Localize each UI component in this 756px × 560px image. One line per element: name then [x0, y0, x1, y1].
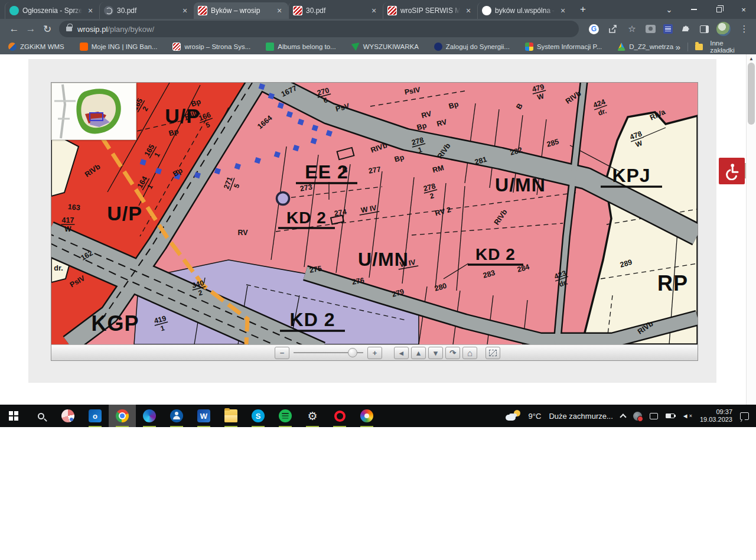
window-controls: ⌄ × [657, 0, 756, 19]
spotify-icon [279, 409, 292, 422]
full-extent-button[interactable] [485, 347, 500, 359]
zoom-slider[interactable] [294, 347, 363, 359]
back-button[interactable]: ← [6, 21, 22, 37]
taskbar-clock[interactable]: 09:37 19.03.2023 [700, 408, 732, 424]
weather-temp[interactable]: 9°C [529, 412, 542, 421]
scrollbar-thumb[interactable] [748, 63, 755, 125]
bookmarks-overflow-chevron[interactable]: » [676, 42, 680, 52]
weather-icon[interactable] [506, 409, 521, 422]
browser-tab[interactable]: byków ul.wspólna – S× [477, 2, 572, 19]
redo-view-button[interactable]: ↷ [445, 347, 460, 359]
tab-close-icon[interactable]: × [86, 6, 95, 15]
tab-search-chevron-icon[interactable]: ⌄ [657, 0, 682, 19]
restore-button[interactable] [706, 0, 731, 19]
browser-tab[interactable]: wroSIP SERWIS MAP× [383, 2, 477, 19]
pan-left-button[interactable]: ◂ [394, 347, 409, 359]
bookmark-star-icon[interactable]: ☆ [626, 23, 638, 35]
svg-text:W: W [64, 225, 71, 233]
albums-favicon [266, 43, 274, 51]
wrosip-favicon [198, 6, 207, 15]
google-favicon [482, 6, 491, 15]
google-account-icon[interactable]: G [589, 24, 599, 34]
profile-avatar[interactable] [716, 22, 731, 36]
wysz-favicon [351, 43, 360, 51]
taskbar-photos-button[interactable] [54, 405, 82, 427]
taskbar-edge-button[interactable] [136, 405, 163, 427]
bookmark-item[interactable]: Zaloguj do Synergii... [434, 43, 510, 51]
bookmark-item[interactable]: ZGKiKM WMS [8, 43, 64, 51]
scrollbar-up-arrow[interactable]: ▲ [749, 56, 754, 61]
zone-label-kd2: KD 2 [290, 309, 335, 330]
address-bar[interactable]: wrosip.pl/plany/bykow/ [59, 21, 579, 37]
bookmark-item[interactable]: D_Z2_wnetrza – Dys... [617, 43, 675, 51]
menu-dots-icon[interactable]: ⋮ [738, 23, 750, 35]
tab-title: wroSIP SERWIS MAP [400, 6, 460, 15]
extension-camera-icon[interactable] [646, 25, 656, 33]
windows-taskbar: oWS⚙ 9°C Duże zachmurze... ◄× 09:37 19.0… [0, 405, 756, 427]
taskbar-opera-button[interactable] [326, 405, 353, 427]
zoning-map[interactable]: 1677PsIVPsV1664BpRIIIaBpRIVbBp163162PsIV… [51, 83, 698, 344]
taskbar-start-button[interactable] [0, 405, 27, 427]
tab-close-icon[interactable]: × [558, 6, 568, 15]
pan-up-button[interactable]: ▴ [411, 347, 426, 359]
bookmark-label: D_Z2_wnetrza – Dys... [629, 43, 675, 50]
explorer-icon [224, 409, 237, 422]
taskbar-settings-button[interactable]: ⚙ [299, 405, 326, 427]
bookmark-item[interactable]: WYSZUKIWARKA [351, 43, 419, 51]
url-path: /plany/bykow/ [107, 25, 154, 34]
extensions-puzzle-icon[interactable] [680, 23, 692, 35]
browser-toolbar: ← → ↻ wrosip.pl/plany/bykow/ G ☆ ⋮ [0, 19, 756, 39]
taskbar-word-button[interactable]: W [190, 405, 217, 427]
zone-label-up: U/P [107, 202, 142, 224]
tray-expand-chevron-icon[interactable] [620, 414, 626, 420]
volume-muted-icon[interactable]: ◄× [682, 412, 692, 419]
taskbar-chrome-button[interactable] [109, 405, 136, 427]
extension-blue-icon[interactable] [663, 24, 673, 34]
taskbar-spotify-button[interactable] [272, 405, 299, 427]
taskbar-skype-button[interactable]: S [245, 405, 272, 427]
taskbar-outlook-button[interactable]: o [82, 405, 109, 427]
tab-close-icon[interactable]: × [275, 6, 284, 15]
tab-close-icon[interactable]: × [464, 6, 473, 15]
tab-close-icon[interactable]: × [369, 6, 379, 15]
bookmark-item[interactable]: wrosip – Strona Sys... [172, 43, 250, 51]
other-bookmarks-label[interactable]: Inne zakładki [710, 40, 748, 54]
tab-close-icon[interactable]: × [180, 6, 190, 15]
accessibility-button[interactable] [719, 158, 745, 184]
home-view-button[interactable]: ⌂ [462, 347, 477, 359]
inset-overview-map[interactable] [51, 83, 136, 140]
bookmark-item[interactable]: Albums belong to... [266, 43, 335, 51]
browser-tab-bar: Ogłoszenia - Sprzedaż×30.pdf×Byków – wro… [0, 0, 756, 19]
browser-tab[interactable]: Ogłoszenia - Sprzedaż× [5, 2, 99, 19]
chrome-icon [116, 409, 129, 422]
zoom-out-button[interactable]: − [275, 347, 289, 359]
weather-desc[interactable]: Duże zachmurze... [549, 412, 612, 421]
tab-title: 30.pdf [306, 6, 366, 15]
side-panel-icon[interactable] [700, 25, 709, 33]
close-window-button[interactable]: × [731, 0, 756, 19]
browser-tab[interactable]: 30.pdf× [288, 2, 383, 19]
minimize-button[interactable] [682, 0, 706, 19]
new-tab-button[interactable]: + [575, 2, 591, 17]
page-scrollbar[interactable]: ▲ [746, 54, 756, 405]
browser-tab[interactable]: 30.pdf× [99, 2, 194, 19]
battery-icon[interactable] [666, 414, 674, 418]
full-extent-icon [489, 350, 497, 356]
forward-button[interactable]: → [22, 21, 39, 37]
cast-icon[interactable] [650, 413, 658, 419]
bookmark-item[interactable]: System Informacji P... [525, 43, 602, 51]
zoom-in-button[interactable]: + [367, 347, 382, 359]
action-center-icon[interactable] [740, 412, 749, 420]
share-icon[interactable] [607, 23, 618, 35]
reload-button[interactable]: ↻ [39, 21, 56, 37]
tray-app-badge-icon[interactable] [633, 412, 642, 421]
browser-tab[interactable]: Byków – wrosip× [194, 2, 288, 19]
taskbar-explorer-button[interactable] [217, 405, 245, 427]
taskbar-paint-button[interactable] [353, 405, 380, 427]
bookmark-item[interactable]: Moje ING | ING Ban... [80, 43, 158, 51]
taskbar-people-button[interactable] [163, 405, 190, 427]
taskbar-search-button[interactable] [27, 405, 54, 427]
pan-down-button[interactable]: ▾ [428, 347, 443, 359]
zoning-map-frame: 1677PsIVPsV1664BpRIIIaBpRIVbBp163162PsIV… [51, 82, 698, 361]
zoom-slider-handle[interactable] [348, 348, 357, 357]
